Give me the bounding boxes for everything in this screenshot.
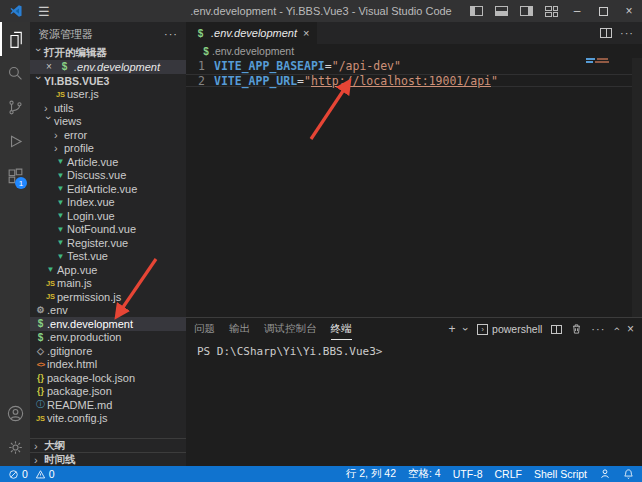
tree-item-readme.md[interactable]: ⓘREADME.md — [30, 398, 186, 412]
vue-icon: ▼ — [44, 265, 57, 274]
tree-item-discuss.vue[interactable]: ▼Discuss.vue — [30, 169, 186, 183]
tree-item-label: Test.vue — [67, 250, 108, 262]
tree-item-views[interactable]: ›views — [30, 115, 186, 129]
customize-layout-icon[interactable] — [545, 6, 558, 17]
panel-tab[interactable]: 终端 — [331, 318, 352, 340]
panel-tab[interactable]: 调试控制台 — [264, 318, 317, 340]
shell-icon: $ — [194, 28, 207, 39]
json-icon: {} — [34, 373, 47, 383]
minimap[interactable] — [586, 58, 616, 64]
tree-item-editarticle.vue[interactable]: ▼EditArticle.vue — [30, 182, 186, 196]
close-panel-icon[interactable]: × — [627, 322, 634, 336]
tree-item-notfound.vue[interactable]: ▼NotFound.vue — [30, 223, 186, 237]
tree-item-label: Login.vue — [67, 210, 115, 222]
settings-gear-icon[interactable] — [0, 430, 30, 464]
toggle-sidebar-icon[interactable] — [470, 6, 483, 16]
tree-item-index.vue[interactable]: ▼Index.vue — [30, 196, 186, 210]
maximize-panel-icon[interactable]: › — [610, 327, 622, 331]
tree-item-package-lock.json[interactable]: {}package-lock.json — [30, 371, 186, 385]
code-editor[interactable]: 1VITE_APP_BASEAPI="/api-dev"2VITE_APP_UR… — [186, 58, 642, 317]
terminal-output[interactable]: PS D:\CSharp\Yi\Yi.BBS.Vue3> — [186, 340, 642, 466]
tree-item-index.html[interactable]: <>index.html — [30, 358, 186, 372]
split-editor-icon[interactable] — [600, 28, 612, 38]
tree-item-profile[interactable]: ›profile — [30, 142, 186, 156]
tree-item-label: index.html — [47, 358, 97, 370]
run-debug-icon[interactable] — [0, 124, 30, 158]
project-root-section[interactable]: › YI.BBS.VUE3 — [30, 74, 186, 88]
shell-icon: $ — [34, 332, 47, 343]
maximize-button[interactable] — [590, 0, 616, 22]
json-icon: {} — [34, 386, 47, 396]
tree-item-app.vue[interactable]: ▼App.vue — [30, 263, 186, 277]
panel-tab[interactable]: 输出 — [229, 318, 250, 340]
editor-scrollbar[interactable] — [632, 58, 642, 317]
menu-icon[interactable]: ☰ — [38, 4, 50, 19]
status-item[interactable]: 空格: 4 — [408, 467, 441, 481]
search-icon[interactable] — [0, 56, 30, 90]
tree-item-.env[interactable]: ⚙.env — [30, 304, 186, 318]
minimize-button[interactable]: – — [564, 0, 590, 22]
status-item[interactable]: 行 2, 列 42 — [346, 467, 396, 481]
new-terminal-icon[interactable]: + — [448, 322, 455, 336]
tree-item-test.vue[interactable]: ▼Test.vue — [30, 250, 186, 264]
status-item[interactable]: CRLF — [494, 468, 521, 480]
open-editor-label: .env.development — [74, 61, 160, 73]
code-line-2[interactable]: 2VITE_APP_URL="http://localhost:19001/ap… — [186, 74, 642, 88]
shell-icon: $ — [200, 46, 212, 57]
code-token-operator: = — [297, 74, 304, 88]
vscode-logo — [8, 4, 24, 18]
tree-item-vite.config.js[interactable]: JSvite.config.js — [30, 412, 186, 426]
info-icon: ⓘ — [34, 398, 47, 411]
title-bar: ☰ .env.development - Yi.BBS.Vue3 - Visua… — [0, 0, 642, 22]
tree-item-utils[interactable]: ›utils — [30, 101, 186, 115]
source-control-icon[interactable] — [0, 90, 30, 124]
explorer-icon[interactable] — [0, 22, 30, 56]
panel-more-actions-icon[interactable]: ··· — [591, 323, 605, 335]
tree-item-register.vue[interactable]: ▼Register.vue — [30, 236, 186, 250]
code-token-string-link[interactable]: http://localhost:19001/api — [311, 74, 491, 88]
tree-item-.env.development[interactable]: $.env.development — [30, 317, 186, 331]
tab-env-development[interactable]: $ .env.development × — [186, 22, 317, 44]
terminal-dropdown-icon[interactable]: › — [460, 327, 472, 331]
tree-item-label: .env — [47, 304, 68, 316]
open-editor-item[interactable]: ×$.env.development — [30, 60, 186, 74]
timeline-section[interactable]: › 时间线 — [30, 452, 186, 466]
shell-icon: $ — [58, 61, 71, 72]
feedback-icon[interactable] — [599, 468, 611, 480]
tree-item-login.vue[interactable]: ▼Login.vue — [30, 209, 186, 223]
outline-section[interactable]: › 大纲 — [30, 438, 186, 452]
kill-terminal-icon[interactable] — [571, 323, 582, 335]
toggle-secondary-sidebar-icon[interactable] — [520, 6, 533, 16]
extensions-badge: 1 — [15, 177, 27, 189]
tree-item-error[interactable]: ›error — [30, 128, 186, 142]
editor-more-actions-icon[interactable]: ··· — [620, 27, 634, 39]
problems-status[interactable]: 0 0 — [8, 468, 55, 480]
split-terminal-icon[interactable] — [551, 325, 562, 334]
tree-item-label: Discuss.vue — [67, 169, 126, 181]
tree-item-article.vue[interactable]: ▼Article.vue — [30, 155, 186, 169]
status-item[interactable]: Shell Script — [534, 468, 587, 480]
panel-tab[interactable]: 问题 — [194, 318, 215, 340]
shell-selector[interactable]: › powershell — [477, 323, 542, 335]
git-icon: ◇ — [34, 346, 47, 356]
breadcrumb[interactable]: $ .env.development — [186, 44, 642, 58]
tab-close-icon[interactable]: × — [303, 27, 309, 39]
notifications-bell-icon[interactable] — [623, 468, 634, 480]
code-line-1[interactable]: 1VITE_APP_BASEAPI="/api-dev" — [186, 60, 642, 74]
vue-icon: ▼ — [54, 211, 67, 220]
tree-item-.gitignore[interactable]: ◇.gitignore — [30, 344, 186, 358]
tree-item-user.js[interactable]: JSuser.js — [30, 88, 186, 102]
extensions-icon[interactable]: 1 — [0, 158, 30, 192]
toggle-panel-icon[interactable] — [495, 6, 508, 16]
tree-item-main.js[interactable]: JSmain.js — [30, 277, 186, 291]
close-button[interactable]: × — [616, 0, 642, 22]
explorer-more-actions-icon[interactable]: ··· — [164, 28, 178, 40]
close-editor-icon[interactable]: × — [46, 61, 58, 72]
vscode-window: ☰ .env.development - Yi.BBS.Vue3 - Visua… — [0, 0, 642, 482]
tree-item-permission.js[interactable]: JSpermission.js — [30, 290, 186, 304]
open-editors-section[interactable]: › 打开的编辑器 — [30, 46, 186, 60]
tree-item-package.json[interactable]: {}package.json — [30, 385, 186, 399]
accounts-icon[interactable] — [0, 396, 30, 430]
tree-item-.env.production[interactable]: $.env.production — [30, 331, 186, 345]
status-item[interactable]: UTF-8 — [453, 468, 483, 480]
